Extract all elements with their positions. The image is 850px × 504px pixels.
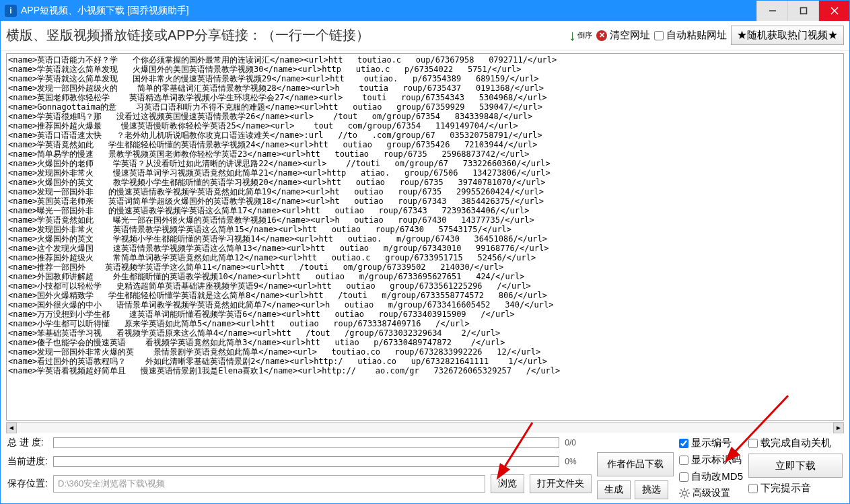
svg-line-9 <box>681 489 682 491</box>
auto-md5-input[interactable] <box>679 472 688 482</box>
auto-shutdown-checkbox[interactable]: 载完成自动关机 <box>748 437 843 449</box>
generate-button[interactable]: 生成 <box>597 480 631 499</box>
current-progress-text: 0% <box>565 457 592 466</box>
show-index-label: 显示编号 <box>691 437 732 449</box>
save-path-label: 保存位置: <box>7 478 48 490</box>
clear-icon: ✕ <box>596 30 607 41</box>
maximize-button[interactable] <box>787 1 818 21</box>
lower-panel: 总 进 度: 0/0 当前进度: 0% 保存位置: 浏览 打开文件夹 作者作品下… <box>1 433 849 503</box>
minimize-button[interactable] <box>756 1 787 21</box>
open-folder-button[interactable]: 打开文件夹 <box>530 474 592 493</box>
auto-md5-label: 自动改MD5 <box>691 470 743 483</box>
total-progress-bar <box>53 437 559 448</box>
arrow-down-icon: ↓ <box>569 27 576 44</box>
auto-paste-label: 自动粘贴网址 <box>666 29 727 42</box>
horizontal-scrollbar[interactable]: ◄ ► <box>6 422 844 433</box>
beep-checkbox[interactable]: 下完提示音 <box>748 482 843 495</box>
auto-shutdown-label: 载完成自动关机 <box>760 437 831 449</box>
scroll-right-icon[interactable]: ► <box>833 423 844 433</box>
total-progress-text: 0/0 <box>565 438 592 447</box>
download-now-button[interactable]: 立即下载 <box>748 454 843 478</box>
total-progress-label: 总 进 度: <box>7 437 48 449</box>
auto-paste-checkbox[interactable]: 自动粘贴网址 <box>654 29 727 42</box>
svg-line-11 <box>681 496 682 497</box>
progress-and-path: 总 进 度: 0/0 当前进度: 0% 保存位置: 浏览 打开文件夹 <box>7 437 592 499</box>
titlebar: i APP短视频、小视频下载 [固乔视频助手] <box>1 1 849 21</box>
auto-md5-checkbox[interactable]: 自动改MD5 <box>679 470 743 483</box>
window-controls <box>756 1 849 21</box>
show-id-label: 显示标识码 <box>691 454 742 466</box>
current-progress-bar <box>53 456 559 467</box>
sort-label: 倒序 <box>577 32 592 39</box>
main-window: i APP短视频、小视频下载 [固乔视频助手] 横版、竖版视频播放链接或APP分… <box>0 0 850 504</box>
save-path-row: 保存位置: 浏览 打开文件夹 <box>7 474 592 493</box>
gear-icon <box>679 488 690 499</box>
minimize-icon <box>769 7 777 15</box>
advanced-settings-button[interactable]: 高级设置 <box>679 487 743 499</box>
maximize-icon <box>800 7 808 15</box>
close-button[interactable] <box>818 1 849 21</box>
mid-buttons: 作者作品下载 生成 挑选 <box>597 437 674 499</box>
save-path-input[interactable] <box>53 475 485 493</box>
scroll-track[interactable] <box>17 423 833 433</box>
instruction-label: 横版、竖版视频播放链接或APP分享链接：（一行一个链接） <box>6 26 565 44</box>
url-textarea[interactable] <box>7 54 843 420</box>
option-checkboxes: 显示编号 显示标识码 自动改MD5 高级设置 <box>679 437 743 499</box>
current-progress-row: 当前进度: 0% <box>7 456 592 468</box>
random-hot-video-button[interactable]: ★随机获取热门视频★ <box>731 26 844 45</box>
toolbar: 横版、竖版视频播放链接或APP分享链接：（一行一个链接） ↓ 倒序 ✕ 清空网址… <box>1 21 849 50</box>
beep-label: 下完提示音 <box>760 482 811 495</box>
sort-button[interactable]: ↓ 倒序 <box>569 27 592 44</box>
auto-paste-input[interactable] <box>654 31 664 40</box>
scroll-left-icon[interactable]: ◄ <box>6 423 17 433</box>
advanced-settings-label: 高级设置 <box>693 487 730 499</box>
show-index-input[interactable] <box>679 439 688 448</box>
clear-label: 清空网址 <box>610 29 650 42</box>
total-progress-row: 总 进 度: 0/0 <box>7 437 592 449</box>
svg-line-10 <box>687 496 688 497</box>
show-id-input[interactable] <box>679 456 688 465</box>
svg-line-12 <box>687 489 688 491</box>
filter-button[interactable]: 挑选 <box>635 480 668 499</box>
svg-rect-1 <box>800 8 806 14</box>
show-id-checkbox[interactable]: 显示标识码 <box>679 454 743 466</box>
svg-point-4 <box>682 491 686 495</box>
clear-urls-button[interactable]: ✕ 清空网址 <box>596 29 650 42</box>
author-works-button[interactable]: 作者作品下载 <box>597 452 674 476</box>
auto-shutdown-input[interactable] <box>748 439 758 448</box>
close-icon <box>830 7 839 15</box>
browse-button[interactable]: 浏览 <box>491 474 524 493</box>
current-progress-label: 当前进度: <box>7 456 48 468</box>
right-column: 载完成自动关机 立即下载 下完提示音 <box>748 437 843 499</box>
show-index-checkbox[interactable]: 显示编号 <box>679 437 743 449</box>
url-textarea-wrap <box>6 53 844 421</box>
window-title: APP短视频、小视频下载 [固乔视频助手] <box>21 5 756 17</box>
beep-input[interactable] <box>748 484 758 493</box>
app-icon: i <box>5 5 17 17</box>
